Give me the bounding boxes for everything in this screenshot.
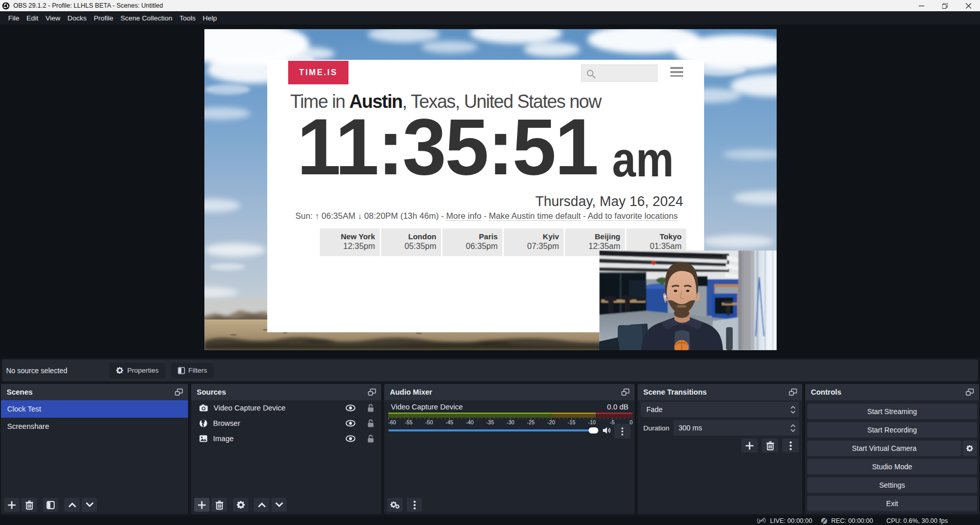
- trash-icon: [25, 500, 34, 510]
- scene-transitions-title: Scene Transitions: [643, 388, 707, 396]
- menu-docks[interactable]: Docks: [64, 11, 90, 25]
- tick-label: -25: [527, 419, 534, 425]
- obs-window: OBS 29.1.2 - Profile: LLHLS BETA - Scene…: [0, 0, 980, 525]
- move-source-up-button[interactable]: [254, 498, 269, 512]
- spin-down-icon[interactable]: [790, 429, 796, 432]
- source-properties-button[interactable]: [233, 498, 248, 512]
- start-streaming-button[interactable]: Start Streaming: [807, 404, 977, 419]
- exit-button[interactable]: Exit: [807, 496, 977, 511]
- gear-icon: [116, 367, 124, 374]
- properties-button[interactable]: Properties: [109, 363, 166, 378]
- lock-toggle[interactable]: [367, 435, 374, 443]
- close-button[interactable]: [956, 0, 980, 11]
- visibility-toggle[interactable]: [345, 404, 356, 412]
- timeis-sun-info: Sun: ↑ 06:35AM ↓ 08:20PM (13h 46m) - Mor…: [295, 212, 678, 220]
- transition-value: Fade: [641, 405, 787, 414]
- lock-toggle[interactable]: [367, 419, 374, 427]
- timeis-search-input[interactable]: [581, 64, 658, 82]
- remove-source-button[interactable]: [212, 498, 227, 512]
- city-name: New York: [320, 232, 375, 241]
- scene-filters-button[interactable]: [43, 498, 58, 512]
- volume-slider-handle[interactable]: [589, 427, 598, 433]
- make-default-link[interactable]: Make Austin time default: [489, 211, 581, 221]
- more-info-link[interactable]: More info: [446, 211, 481, 221]
- scene-transitions-panel: Scene Transitions Fade Duration 300 ms: [638, 384, 802, 514]
- popout-icon[interactable]: [621, 389, 629, 396]
- advanced-audio-button[interactable]: [387, 498, 403, 512]
- remove-scene-button[interactable]: [21, 498, 37, 512]
- city-name: Paris: [442, 232, 498, 241]
- up-icon: [68, 502, 77, 508]
- remove-transition-button[interactable]: [762, 439, 778, 452]
- popout-icon[interactable]: [789, 389, 797, 396]
- popout-icon[interactable]: [966, 389, 974, 396]
- menu-help[interactable]: Help: [199, 11, 221, 25]
- menu-edit[interactable]: Edit: [23, 11, 42, 25]
- city-time: 01:35am: [626, 242, 682, 251]
- gear-icon: [237, 500, 245, 509]
- filters-label: Filters: [189, 367, 207, 374]
- city-time: 12:35pm: [320, 242, 375, 251]
- window-controls: [909, 0, 980, 11]
- menu-profile[interactable]: Profile: [90, 11, 117, 25]
- virtual-camera-config-button[interactable]: [963, 441, 977, 456]
- audio-mixer-menu-button[interactable]: [407, 498, 422, 512]
- source-video-capture-device[interactable]: Video Capture Device: [191, 400, 381, 416]
- scene-label: Screenshare: [7, 422, 49, 430]
- menu-tools[interactable]: Tools: [176, 11, 199, 25]
- restore-icon: [942, 3, 948, 9]
- start-virtual-camera-button[interactable]: Start Virtual Camera: [807, 441, 961, 456]
- spinner-control[interactable]: [787, 406, 799, 414]
- visibility-toggle[interactable]: [345, 435, 356, 442]
- scene-screenshare[interactable]: Screenshare: [1, 418, 188, 435]
- timeis-menu-icon[interactable]: [670, 67, 683, 77]
- filters-button[interactable]: Filters: [171, 363, 214, 378]
- sources-panel: Sources Video Capture DeviceBrowserImage: [191, 384, 381, 514]
- source-status-text: No source selected: [6, 367, 103, 375]
- transition-menu-button[interactable]: [782, 439, 799, 452]
- transition-select[interactable]: Fade: [641, 402, 799, 417]
- spin-up-icon[interactable]: [790, 424, 796, 427]
- move-scene-up-button[interactable]: [64, 498, 80, 512]
- rec-status-icon: [821, 517, 828, 524]
- lock-toggle[interactable]: [367, 404, 374, 412]
- start-recording-button[interactable]: Start Recording: [807, 422, 977, 438]
- plus-icon: [7, 500, 16, 510]
- visibility-toggle[interactable]: [345, 420, 356, 427]
- minimize-button[interactable]: [909, 0, 933, 11]
- spinner-control[interactable]: [787, 424, 799, 432]
- city-paris[interactable]: Paris06:35pm: [442, 229, 502, 256]
- scene-clock-test[interactable]: Clock Test: [1, 400, 188, 418]
- source-browser[interactable]: Browser: [191, 416, 381, 431]
- add-scene-button[interactable]: [4, 498, 19, 512]
- duration-spinbox[interactable]: 300 ms: [673, 420, 799, 436]
- popout-icon[interactable]: [175, 389, 183, 396]
- tick-label: -45: [446, 419, 453, 425]
- menu-view[interactable]: View: [42, 11, 64, 25]
- sun-times: Sun: ↑ 06:35AM ↓ 08:20PM (13h 46m) -: [295, 211, 446, 220]
- popout-icon[interactable]: [368, 389, 376, 396]
- webcam-overlay: [599, 250, 777, 350]
- mixer-channel-menu-button[interactable]: [614, 424, 631, 439]
- add-favorite-link[interactable]: Add to favorite locations: [588, 211, 678, 221]
- menu-scene-collection[interactable]: Scene Collection: [117, 11, 176, 25]
- add-transition-button[interactable]: [741, 439, 758, 452]
- move-source-down-button[interactable]: [271, 498, 287, 512]
- city-kyiv[interactable]: Kyiv07:35pm: [504, 229, 564, 256]
- menu-file[interactable]: File: [5, 11, 23, 25]
- video-preview[interactable]: TIME.IS Time in Austin, Texas, United St…: [204, 29, 777, 350]
- speaker-icon[interactable]: [602, 426, 612, 435]
- city-time: 07:35pm: [504, 242, 559, 251]
- settings-button[interactable]: Settings: [807, 477, 977, 493]
- restore-button[interactable]: [933, 0, 956, 11]
- city-name: Beijing: [565, 232, 620, 241]
- live-time: LIVE: 00:00:00: [770, 517, 812, 524]
- move-scene-down-button[interactable]: [82, 498, 97, 512]
- camera-icon: [199, 404, 208, 412]
- add-source-button[interactable]: [194, 498, 209, 512]
- source-image[interactable]: Image: [191, 431, 381, 446]
- studio-mode-button[interactable]: Studio Mode: [807, 459, 977, 474]
- city-newyork[interactable]: New York12:35pm: [320, 229, 380, 256]
- city-london[interactable]: London05:35pm: [381, 229, 441, 256]
- volume-slider[interactable]: [388, 426, 612, 435]
